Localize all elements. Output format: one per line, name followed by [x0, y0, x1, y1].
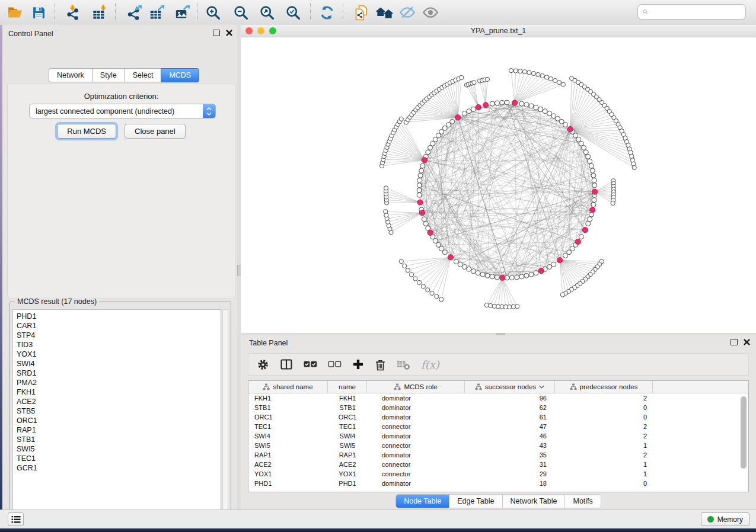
add-column-icon[interactable] [352, 358, 364, 370]
table-row[interactable]: SWI4SWI4dominator462 [248, 431, 748, 441]
graph-node[interactable] [420, 164, 425, 168]
graph-node[interactable] [490, 274, 495, 279]
graph-leaf-node[interactable] [522, 70, 527, 74]
mcds-list-item[interactable]: RAP1 [17, 425, 221, 435]
graph-node[interactable] [538, 107, 543, 111]
export-table-icon[interactable] [147, 3, 166, 22]
graph-node[interactable] [592, 178, 596, 182]
column-header-successor-nodes[interactable]: successor nodes [465, 381, 555, 393]
graph-leaf-node[interactable] [557, 81, 561, 85]
graph-leaf-node[interactable] [611, 201, 615, 205]
graph-node[interactable] [417, 178, 422, 182]
graph-node[interactable] [417, 193, 422, 197]
graph-leaf-node[interactable] [409, 273, 413, 277]
graph-leaf-node[interactable] [430, 291, 434, 295]
graph-mcds-node[interactable] [538, 268, 544, 274]
graph-node[interactable] [589, 164, 594, 168]
graph-leaf-node[interactable] [484, 303, 489, 307]
graph-leaf-node[interactable] [421, 284, 425, 289]
graph-node[interactable] [505, 100, 509, 105]
mcds-list-item[interactable]: SWI5 [17, 444, 221, 454]
graph-leaf-node[interactable] [399, 259, 403, 264]
column-header-name[interactable]: name [328, 381, 367, 393]
graph-node[interactable] [462, 265, 467, 270]
graph-node[interactable] [467, 267, 471, 271]
graph-node[interactable] [563, 253, 568, 258]
table-row[interactable]: TEC1TEC1connector472 [248, 422, 748, 431]
float-panel-icon[interactable] [213, 30, 220, 36]
graph-node[interactable] [462, 111, 467, 116]
graph-node[interactable] [563, 123, 568, 127]
graph-mcds-node[interactable] [483, 102, 489, 108]
column-header-MCDS-role[interactable]: MCDS role [367, 381, 465, 393]
mcds-list-item[interactable]: SWI4 [17, 359, 221, 368]
graph-leaf-node[interactable] [540, 73, 544, 78]
graph-node[interactable] [591, 203, 596, 207]
graph-node[interactable] [515, 275, 519, 280]
graph-node[interactable] [524, 273, 529, 278]
close-panel-icon[interactable] [744, 339, 750, 345]
graph-node[interactable] [428, 145, 433, 150]
graph-leaf-node[interactable] [509, 69, 513, 73]
column-header-predecessor-nodes[interactable]: predecessor nodes [555, 381, 653, 393]
graph-node[interactable] [582, 145, 586, 150]
graph-node[interactable] [454, 259, 458, 264]
deselect-all-icon[interactable] [328, 360, 342, 369]
graph-leaf-node[interactable] [426, 288, 430, 292]
function-builder-icon[interactable]: f(x) [421, 358, 439, 371]
delete-table-icon[interactable] [397, 359, 410, 370]
graph-node[interactable] [591, 173, 596, 178]
import-table-icon[interactable] [90, 3, 109, 22]
graph-node[interactable] [547, 111, 552, 116]
close-panel-button[interactable]: Close panel [125, 124, 186, 139]
graph-mcds-node[interactable] [417, 200, 423, 205]
graph-leaf-node[interactable] [403, 264, 407, 268]
graph-mcds-node[interactable] [500, 275, 505, 280]
search-input[interactable] [651, 7, 745, 17]
graph-mcds-node[interactable] [422, 158, 427, 163]
table-row[interactable]: STB1STB1dominator620 [248, 403, 748, 412]
tab-network[interactable]: Network [49, 68, 92, 82]
graph-node[interactable] [592, 183, 597, 188]
graph-node[interactable] [417, 188, 422, 193]
tab-mcds[interactable]: MCDS [161, 68, 199, 82]
graph-node[interactable] [471, 269, 476, 274]
graph-node[interactable] [579, 141, 583, 146]
mcds-list-scrollbar[interactable] [222, 309, 228, 520]
graph-node[interactable] [519, 101, 524, 106]
mcds-list-item[interactable]: PHD1 [17, 312, 221, 321]
graph-leaf-node[interactable] [485, 77, 489, 81]
table-row[interactable]: SWI5SWI5connector431 [248, 441, 748, 450]
mcds-list-item[interactable]: PMA2 [17, 378, 221, 387]
zoom-fit-icon[interactable] [257, 3, 276, 22]
graph-mcds-node[interactable] [455, 115, 461, 120]
graph-node[interactable] [529, 272, 534, 277]
graph-node[interactable] [422, 217, 426, 222]
graph-node[interactable] [495, 275, 499, 280]
graph-node[interactable] [588, 159, 592, 164]
graph-mcds-node[interactable] [428, 230, 433, 235]
graph-node[interactable] [519, 274, 524, 279]
graph-node[interactable] [485, 273, 490, 278]
tab-select[interactable]: Select [125, 68, 162, 82]
graph-mcds-node[interactable] [590, 207, 595, 213]
run-mcds-button[interactable]: Run MCDS [57, 124, 116, 139]
graph-node[interactable] [471, 107, 476, 111]
graph-leaf-node[interactable] [472, 81, 476, 85]
open-folder-icon[interactable] [5, 3, 24, 22]
graph-node[interactable] [426, 150, 430, 155]
mcds-list-item[interactable]: GCR1 [17, 463, 221, 473]
column-header-shared-name[interactable]: shared name [248, 381, 328, 393]
graph-leaf-node[interactable] [531, 71, 535, 75]
show-all-icon[interactable] [421, 3, 440, 22]
export-network-icon[interactable] [125, 3, 143, 22]
graph-node[interactable] [543, 109, 547, 114]
graph-mcds-node[interactable] [567, 127, 573, 132]
save-icon[interactable] [29, 3, 48, 22]
graph-leaf-node[interactable] [435, 294, 439, 299]
graph-node[interactable] [529, 104, 534, 108]
zoom-out-icon[interactable] [231, 3, 250, 22]
graph-node[interactable] [534, 271, 538, 275]
graph-leaf-node[interactable] [536, 72, 540, 76]
graph-mcds-node[interactable] [476, 105, 481, 110]
